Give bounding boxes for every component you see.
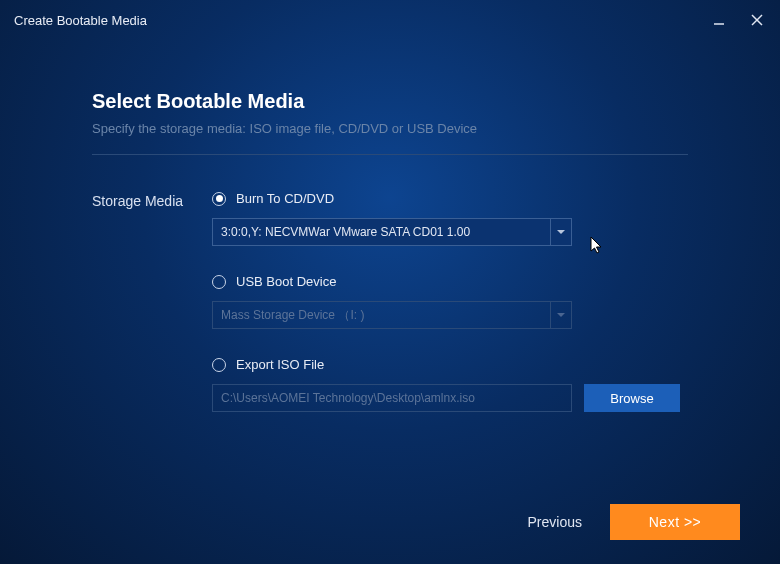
iso-row: C:\Users\AOMEI Technology\Desktop\amlnx.…: [212, 384, 688, 412]
option-usb: USB Boot Device Mass Storage Device （I: …: [212, 274, 688, 329]
previous-button[interactable]: Previous: [528, 514, 582, 530]
chevron-down-icon: [557, 230, 565, 234]
section-label: Storage Media: [92, 191, 212, 209]
radio-cd[interactable]: Burn To CD/DVD: [212, 191, 688, 206]
minimize-button[interactable]: [710, 11, 728, 29]
storage-media-section: Storage Media Burn To CD/DVD 3:0:0,Y: NE…: [92, 191, 688, 440]
radio-usb[interactable]: USB Boot Device: [212, 274, 688, 289]
radio-icon: [212, 192, 226, 206]
browse-button[interactable]: Browse: [584, 384, 680, 412]
chevron-down-icon: [557, 313, 565, 317]
footer: Previous Next >>: [528, 504, 740, 540]
option-iso: Export ISO File C:\Users\AOMEI Technolog…: [212, 357, 688, 412]
cd-device-select[interactable]: 3:0:0,Y: NECVMWar VMware SATA CD01 1.00: [212, 218, 572, 246]
radio-icon: [212, 358, 226, 372]
radio-usb-label: USB Boot Device: [236, 274, 336, 289]
radio-iso[interactable]: Export ISO File: [212, 357, 688, 372]
usb-device-select: Mass Storage Device （I: ): [212, 301, 572, 329]
titlebar-controls: [710, 11, 766, 29]
radio-iso-label: Export ISO File: [236, 357, 324, 372]
page-subtitle: Specify the storage media: ISO image fil…: [92, 121, 688, 136]
radio-cd-label: Burn To CD/DVD: [236, 191, 334, 206]
iso-path-field: C:\Users\AOMEI Technology\Desktop\amlnx.…: [212, 384, 572, 412]
page-title: Select Bootable Media: [92, 90, 688, 113]
usb-dropdown-button: [550, 301, 572, 329]
cd-device-value: 3:0:0,Y: NECVMWar VMware SATA CD01 1.00: [212, 218, 550, 246]
cd-dropdown-button[interactable]: [550, 218, 572, 246]
next-button[interactable]: Next >>: [610, 504, 740, 540]
titlebar: Create Bootable Media: [0, 0, 780, 40]
close-button[interactable]: [748, 11, 766, 29]
window-title: Create Bootable Media: [14, 13, 147, 28]
divider: [92, 154, 688, 155]
options-group: Burn To CD/DVD 3:0:0,Y: NECVMWar VMware …: [212, 191, 688, 440]
radio-icon: [212, 275, 226, 289]
content-area: Select Bootable Media Specify the storag…: [0, 40, 780, 440]
option-cd: Burn To CD/DVD 3:0:0,Y: NECVMWar VMware …: [212, 191, 688, 246]
usb-device-value: Mass Storage Device （I: ): [212, 301, 550, 329]
